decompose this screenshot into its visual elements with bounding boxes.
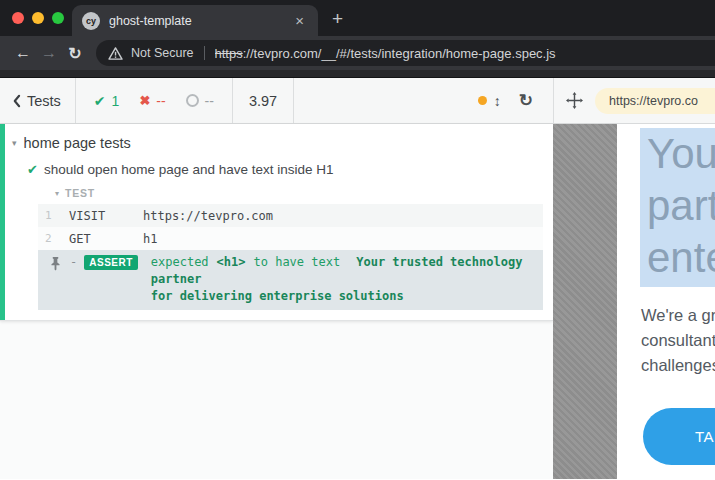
paragraph-line: challenges — [641, 353, 715, 378]
test-row[interactable]: ✔ should open home page and have text in… — [0, 159, 553, 179]
app-paragraph: We're a gr consultant challenges — [641, 303, 715, 378]
stat-passed: ✔ 1 — [94, 93, 120, 109]
browser-address-row: ← → ↻ Not Secure https://tevpro.com/__/#… — [0, 36, 715, 70]
app-preview-area: Your trusted technology partner for deli… — [553, 124, 715, 479]
collapse-triangle-icon: ▾ — [12, 138, 17, 148]
stat-failed: ✖ -- — [139, 93, 165, 109]
app-iframe: Your trusted technology partner for deli… — [617, 124, 715, 479]
window-zoom-button[interactable] — [52, 12, 64, 24]
window-close-button[interactable] — [12, 12, 24, 24]
paragraph-line: consultant — [641, 328, 715, 353]
chrome-bottom-strip — [0, 70, 715, 78]
viewport-dot-icon — [478, 96, 487, 105]
suite-block: ▾ home page tests ✔ should open home pag… — [0, 124, 553, 321]
assert-value-line2: for delivering enterprise solutions — [151, 289, 404, 303]
not-secure-label: Not Secure — [131, 46, 194, 60]
cta-button[interactable]: TA — [643, 408, 715, 465]
back-icon[interactable]: ← — [10, 44, 36, 62]
suite-header[interactable]: ▾ home page tests — [0, 132, 553, 154]
command-row-assert[interactable]: - ASSERT expected<h1>to have textYour tr… — [38, 250, 543, 310]
passed-check-icon: ✔ — [94, 93, 106, 109]
paragraph-line: We're a gr — [641, 303, 715, 328]
assert-dash: - — [70, 254, 77, 271]
browser-tab-strip: cy ghost-template × + — [0, 0, 715, 36]
test-stats: ✔ 1 ✖ -- -- — [76, 93, 232, 109]
chevron-left-icon — [12, 94, 21, 108]
assert-expected: expected — [151, 255, 209, 269]
stat-pending: -- — [186, 93, 214, 109]
assert-badge: ASSERT — [84, 255, 138, 270]
pending-circle-icon — [186, 94, 199, 107]
tab-close-icon[interactable]: × — [291, 11, 308, 30]
restart-tests-icon[interactable]: ↻ — [519, 90, 533, 111]
reporter-empty-area — [0, 321, 553, 479]
suite-title: home page tests — [24, 135, 131, 151]
command-number: 1 — [38, 209, 58, 222]
window-controls — [12, 12, 64, 24]
url-rest: ://tevpro.com/__/#/tests/integration/hom… — [243, 46, 556, 61]
command-log: 1 VISIT https://tevpro.com 2 GET h1 — [38, 204, 543, 310]
browser-reload-icon[interactable]: ↻ — [62, 44, 88, 63]
app-url-text: https://tevpro.co — [609, 94, 698, 108]
toolbar-right: https://tevpro.co — [554, 78, 715, 123]
address-bar[interactable]: Not Secure https://tevpro.com/__/#/tests… — [96, 40, 715, 66]
pass-indicator-bar — [0, 124, 5, 320]
hook-header[interactable]: ▾ TEST — [0, 186, 553, 200]
test-passed-check-icon: ✔ — [27, 162, 38, 177]
failed-cross-icon: ✖ — [139, 93, 150, 108]
passed-count: 1 — [112, 93, 120, 109]
not-secure-warning-icon[interactable] — [108, 47, 123, 60]
page-url: https://tevpro.com/__/#/tests/integratio… — [215, 46, 556, 61]
failed-count: -- — [156, 93, 165, 109]
assert-target: <h1> — [217, 255, 246, 269]
cypress-toolbar: Tests ✔ 1 ✖ -- -- 3.97 — [0, 78, 715, 124]
selector-playground-button[interactable] — [554, 92, 595, 109]
command-number: 2 — [38, 232, 58, 245]
crosshair-icon — [566, 92, 583, 109]
back-to-tests-label: Tests — [27, 93, 61, 109]
test-duration: 3.97 — [233, 93, 293, 109]
main-split: ▾ home page tests ✔ should open home pag… — [0, 124, 715, 479]
toolbar-left: Tests ✔ 1 ✖ -- -- 3.97 — [0, 78, 553, 123]
url-divider — [204, 46, 205, 60]
test-title: should open home page and have text insi… — [44, 162, 334, 177]
assert-message: expected<h1>to have textYour trusted tec… — [151, 254, 543, 305]
pending-count: -- — [205, 93, 214, 109]
command-arg: https://tevpro.com — [143, 209, 273, 223]
command-name: GET — [69, 232, 133, 246]
window-minimize-button[interactable] — [32, 12, 44, 24]
new-tab-button[interactable]: + — [332, 8, 343, 36]
assert-verb: to have text — [254, 255, 341, 269]
app-url-field[interactable]: https://tevpro.co — [595, 88, 715, 114]
pin-icon[interactable] — [50, 256, 61, 271]
hook-label: TEST — [65, 187, 95, 199]
browser-tab[interactable]: cy ghost-template × — [72, 5, 318, 36]
screen: cy ghost-template × + ← → ↻ Not Secure h… — [0, 0, 715, 480]
command-name: VISIT — [69, 209, 133, 223]
collapse-triangle-icon: ▾ — [55, 189, 59, 198]
command-arg: h1 — [143, 232, 157, 246]
back-to-tests-button[interactable]: Tests — [0, 78, 75, 123]
url-scheme-struck: https — [215, 46, 243, 61]
tab-title: ghost-template — [109, 14, 291, 28]
command-row-get[interactable]: 2 GET h1 — [38, 227, 543, 250]
toolbar-divider — [293, 78, 294, 123]
viewport-arrow-icon: ↕ — [494, 93, 501, 109]
cypress-favicon-icon: cy — [82, 12, 100, 30]
viewport-indicator[interactable]: ↕ — [478, 93, 501, 109]
forward-icon[interactable]: → — [36, 44, 62, 62]
cypress-reporter: ▾ home page tests ✔ should open home pag… — [0, 124, 553, 479]
command-row-visit[interactable]: 1 VISIT https://tevpro.com — [38, 204, 543, 227]
highlighted-h1[interactable]: Your trusted technology partner for deli… — [640, 128, 715, 287]
